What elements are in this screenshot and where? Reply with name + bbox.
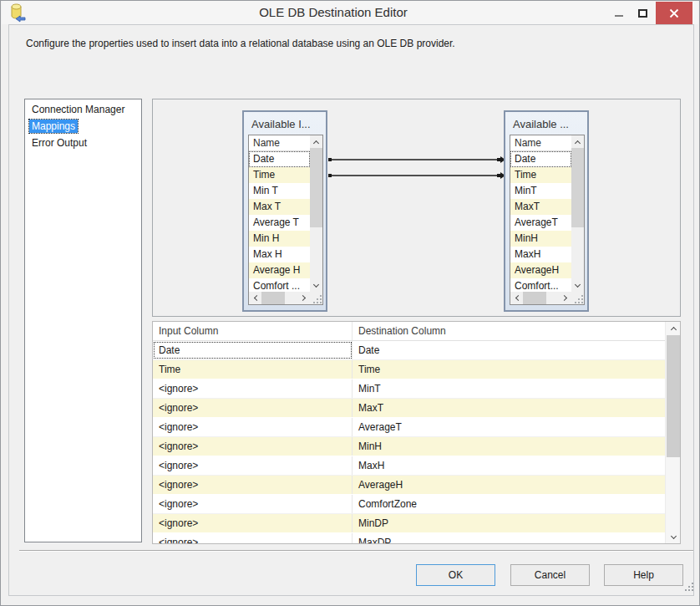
scroll-right-icon[interactable]: [559, 292, 571, 304]
input-column-cell[interactable]: Time: [153, 360, 353, 379]
window-title: OLE DB Destination Editor: [85, 5, 581, 19]
list-item[interactable]: MinH: [510, 231, 571, 247]
cancel-button[interactable]: Cancel: [510, 564, 590, 586]
scroll-up-icon[interactable]: [666, 322, 681, 335]
input-column-cell[interactable]: <ignore>: [153, 437, 353, 456]
input-column-cell[interactable]: <ignore>: [153, 476, 353, 494]
input-column-cell[interactable]: <ignore>: [153, 514, 353, 532]
list-item[interactable]: AverageT: [510, 215, 571, 231]
list-item[interactable]: Average H: [249, 262, 310, 278]
scroll-right-icon[interactable]: [297, 292, 310, 304]
maximize-button[interactable]: [632, 2, 652, 24]
list-item[interactable]: Comfort...: [510, 278, 571, 292]
input-column-cell[interactable]: <ignore>: [153, 379, 353, 398]
mapping-connector-time[interactable]: [328, 172, 505, 179]
ok-button[interactable]: OK: [416, 564, 495, 586]
scroll-left-icon[interactable]: [249, 292, 261, 304]
scroll-down-icon[interactable]: [310, 279, 322, 292]
table-row: <ignore> ComfortZone: [153, 495, 665, 514]
input-name-column-header[interactable]: Name: [249, 135, 310, 151]
list-item[interactable]: Time: [510, 167, 571, 183]
scroll-down-icon[interactable]: [666, 530, 681, 543]
destination-column-header: Destination Column: [353, 322, 665, 340]
scrollbar-thumb[interactable]: [261, 292, 285, 304]
sidebar-item-mappings[interactable]: Mappings: [26, 118, 140, 135]
destination-column-cell[interactable]: MinT: [353, 379, 665, 398]
list-item[interactable]: Max T: [249, 199, 310, 215]
destination-column-cell[interactable]: Date: [353, 341, 665, 359]
destination-box-resize-grip[interactable]: [571, 292, 584, 304]
grip-dots-icon: [575, 295, 584, 304]
list-item[interactable]: MaxH: [510, 247, 571, 262]
list-item[interactable]: MaxT: [510, 199, 571, 215]
help-button[interactable]: Help: [604, 564, 683, 586]
scroll-up-icon[interactable]: [571, 135, 584, 148]
table-row: <ignore> MinH: [153, 437, 665, 456]
list-item[interactable]: Min T: [249, 183, 310, 199]
destination-column-cell[interactable]: MinDP: [353, 514, 665, 532]
destination-column-cell[interactable]: AverageT: [353, 418, 665, 436]
available-destination-columns-box: Available ... Name Date Time MinT MaxT A…: [504, 110, 589, 312]
dialog-resize-grip[interactable]: [684, 582, 694, 594]
list-item[interactable]: Max H: [249, 247, 310, 262]
mapping-canvas: Available I... Name Date Time Min T Max …: [152, 99, 681, 317]
title-bar[interactable]: OLE DB Destination Editor: [2, 1, 698, 24]
available-destination-columns-title[interactable]: Available ...: [505, 112, 587, 136]
destination-column-cell[interactable]: Time: [353, 360, 665, 379]
list-item[interactable]: Min H: [249, 231, 310, 247]
mapping-connector-date[interactable]: [328, 156, 505, 163]
input-column-cell[interactable]: <ignore>: [153, 533, 353, 543]
list-item[interactable]: Date: [249, 151, 310, 167]
list-item[interactable]: AverageH: [510, 262, 571, 278]
list-item[interactable]: Date: [510, 151, 571, 167]
scrollbar-thumb[interactable]: [571, 148, 584, 227]
destination-column-cell[interactable]: MaxT: [353, 399, 665, 417]
scrollbar-thumb[interactable]: [523, 292, 546, 304]
available-input-columns-title[interactable]: Available I...: [244, 112, 326, 136]
input-column-cell[interactable]: <ignore>: [153, 399, 353, 417]
table-row: <ignore> AverageT: [153, 418, 665, 437]
input-column-cell[interactable]: <ignore>: [153, 456, 353, 475]
close-button[interactable]: [656, 2, 692, 24]
minimize-icon: [615, 15, 623, 17]
button-separator: [19, 550, 693, 552]
scrollbar-thumb[interactable]: [310, 148, 322, 227]
input-vertical-scrollbar[interactable]: [310, 135, 322, 292]
table-row: Time Time: [153, 360, 665, 379]
scroll-left-icon[interactable]: [510, 292, 523, 304]
list-item[interactable]: Time: [249, 167, 310, 183]
scrollbar-thumb[interactable]: [667, 335, 680, 457]
list-item[interactable]: Comfort ...: [249, 278, 310, 292]
destination-rows: Date Time MinT MaxT AverageT MinH MaxH A…: [510, 151, 571, 292]
scroll-down-icon[interactable]: [571, 279, 584, 292]
input-box-resize-grip[interactable]: [310, 292, 322, 304]
table-row: <ignore> MinT: [153, 379, 665, 399]
table-row: <ignore> MaxT: [153, 399, 665, 418]
input-column-cell[interactable]: Date: [153, 341, 353, 359]
sidebar-item-connection-manager[interactable]: Connection Manager: [26, 101, 140, 118]
scroll-up-icon[interactable]: [310, 135, 322, 148]
grip-dots-icon: [684, 582, 694, 592]
input-column-header: Input Column: [153, 322, 353, 340]
list-item[interactable]: Average T: [249, 215, 310, 231]
mapping-table-header: Input Column Destination Column: [153, 322, 665, 341]
table-row: <ignore> MinDP: [153, 514, 665, 533]
input-horizontal-scrollbar[interactable]: [249, 292, 310, 304]
table-vertical-scrollbar[interactable]: [665, 322, 680, 543]
destination-horizontal-scrollbar[interactable]: [510, 292, 571, 304]
content-panel: Configure the properties used to insert …: [8, 24, 694, 596]
destination-vertical-scrollbar[interactable]: [571, 135, 584, 292]
list-item[interactable]: MinT: [510, 183, 571, 199]
input-column-cell[interactable]: <ignore>: [153, 495, 353, 513]
table-row: <ignore> AverageH: [153, 476, 665, 495]
available-destination-columns-list: Name Date Time MinT MaxT AverageT MinH M…: [510, 135, 585, 305]
destination-column-cell[interactable]: ComfortZone: [353, 495, 665, 513]
destination-column-cell[interactable]: MaxH: [353, 456, 665, 475]
sidebar-item-error-output[interactable]: Error Output: [26, 135, 140, 151]
destination-column-cell[interactable]: MinH: [353, 437, 665, 456]
destination-column-cell[interactable]: MaxDP: [353, 533, 665, 543]
input-column-cell[interactable]: <ignore>: [153, 418, 353, 436]
destination-name-column-header[interactable]: Name: [510, 135, 571, 151]
minimize-button[interactable]: [609, 2, 629, 24]
destination-column-cell[interactable]: AverageH: [353, 476, 665, 494]
